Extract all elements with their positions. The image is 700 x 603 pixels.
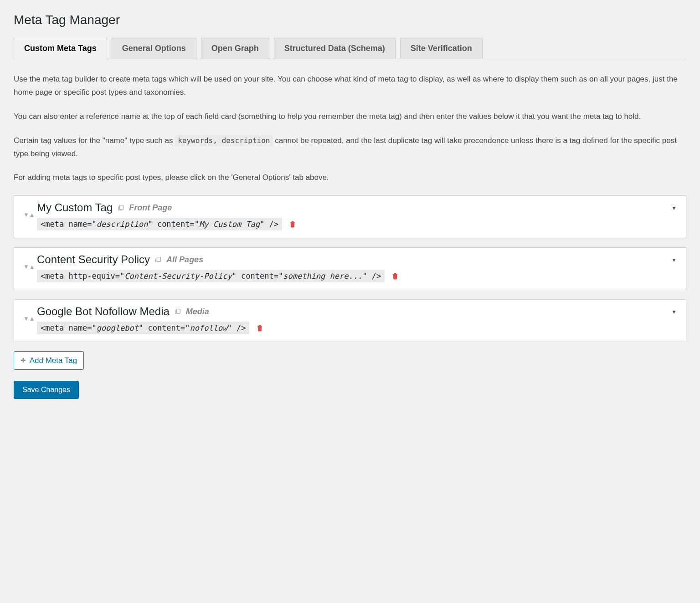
- sort-handle-icon[interactable]: ▼▲: [23, 201, 37, 218]
- page-title: Meta Tag Manager: [14, 13, 686, 27]
- collapse-toggle-icon[interactable]: ▼: [671, 205, 677, 211]
- tag-scope: Front Page: [129, 203, 172, 213]
- meta-code-preview: <meta name="googlebot" content="nofollow…: [37, 322, 249, 334]
- collapse-toggle-icon[interactable]: ▼: [671, 309, 677, 315]
- add-meta-tag-button[interactable]: + Add Meta Tag: [14, 351, 84, 370]
- tab-general-options[interactable]: General Options: [112, 38, 196, 59]
- intro-p2: You can also enter a reference name at t…: [14, 110, 686, 123]
- svg-rect-0: [120, 205, 124, 210]
- tag-list: ▼▲ My Custom Tag Front Page <meta name="…: [14, 195, 686, 342]
- intro-p1: Use the meta tag builder to create meta …: [14, 73, 686, 99]
- cards-icon: [117, 204, 124, 211]
- meta-tag-card: ▼▲ Content Security Policy All Pages <me…: [14, 247, 686, 290]
- meta-code-preview: <meta name="description" content="My Cus…: [37, 218, 282, 230]
- cards-icon: [174, 308, 181, 315]
- tab-structured-data-schema-[interactable]: Structured Data (Schema): [274, 38, 396, 59]
- meta-code-preview: <meta http-equiv="Content-Security-Polic…: [37, 270, 385, 282]
- trash-icon[interactable]: [256, 324, 264, 332]
- meta-tag-card: ▼▲ My Custom Tag Front Page <meta name="…: [14, 195, 686, 238]
- tabs: Custom Meta TagsGeneral OptionsOpen Grap…: [14, 37, 686, 59]
- sort-handle-icon[interactable]: ▼▲: [23, 305, 37, 322]
- intro-text: Use the meta tag builder to create meta …: [14, 73, 686, 184]
- intro-code: keywords, description: [175, 135, 273, 146]
- collapse-toggle-icon[interactable]: ▼: [671, 257, 677, 263]
- meta-tag-card: ▼▲ Google Bot Nofollow Media Media <meta…: [14, 299, 686, 342]
- tag-title: Google Bot Nofollow Media: [37, 305, 170, 318]
- tab-open-graph[interactable]: Open Graph: [201, 38, 269, 59]
- cards-icon: [154, 256, 162, 263]
- plus-icon: +: [21, 355, 26, 366]
- intro-p3: Certain tag values for the "name" type s…: [14, 134, 686, 161]
- trash-icon[interactable]: [391, 272, 399, 280]
- svg-rect-1: [157, 257, 160, 261]
- tab-site-verification[interactable]: Site Verification: [400, 38, 483, 59]
- intro-p4: For adding meta tags to specific post ty…: [14, 171, 686, 184]
- trash-icon[interactable]: [288, 220, 297, 228]
- save-changes-button[interactable]: Save Changes: [14, 381, 79, 399]
- svg-rect-2: [176, 309, 180, 313]
- tag-scope: All Pages: [166, 255, 203, 265]
- tag-scope: Media: [186, 307, 209, 317]
- tag-title: My Custom Tag: [37, 201, 113, 214]
- tab-custom-meta-tags[interactable]: Custom Meta Tags: [14, 38, 107, 59]
- tag-title: Content Security Policy: [37, 253, 150, 266]
- sort-handle-icon[interactable]: ▼▲: [23, 253, 37, 270]
